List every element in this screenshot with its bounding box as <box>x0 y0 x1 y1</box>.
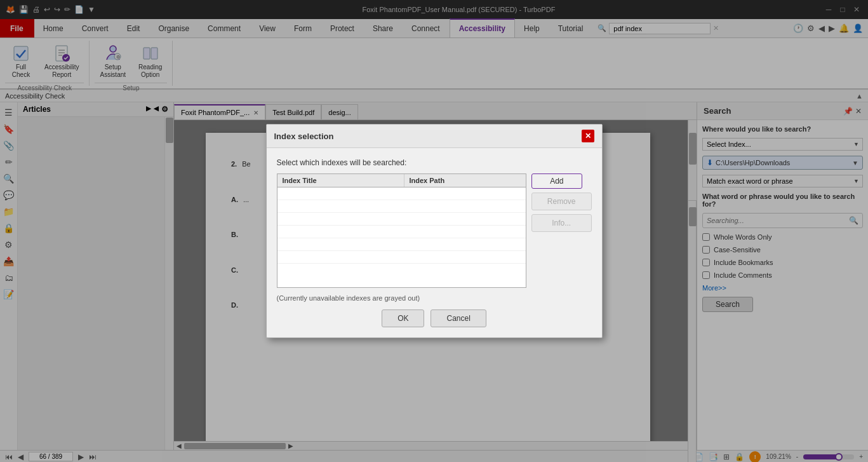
modal-footer: OK Cancel <box>277 309 592 327</box>
modal-close-button[interactable]: ✕ <box>582 130 594 142</box>
table-row <box>277 251 526 264</box>
modal-cancel-button[interactable]: Cancel <box>431 309 486 327</box>
modal-ok-button[interactable]: OK <box>382 309 424 327</box>
table-row <box>277 200 526 213</box>
modal-subtitle: Select which indexes will be searched: <box>277 158 592 167</box>
col-index-title: Index Title <box>277 174 404 187</box>
modal-table-header: Index Title Index Path <box>277 174 526 187</box>
modal-overlay: Index selection ✕ Select which indexes w… <box>0 0 868 462</box>
modal-right-buttons: Add Remove Info... <box>531 173 592 294</box>
modal-title: Index selection <box>274 132 334 141</box>
table-row <box>277 238 526 251</box>
table-row <box>277 226 526 238</box>
table-row <box>277 187 526 200</box>
modal-add-button[interactable]: Add <box>531 173 582 189</box>
modal-table: Index Title Index Path <box>277 173 526 288</box>
modal-info-button[interactable]: Info... <box>531 214 592 232</box>
modal-body: Select which indexes will be searched: I… <box>267 148 602 337</box>
index-selection-modal: Index selection ✕ Select which indexes w… <box>266 124 603 338</box>
modal-remove-button[interactable]: Remove <box>531 193 592 210</box>
modal-note: (Currently unavailable indexes are graye… <box>277 294 592 302</box>
modal-content-row: Index Title Index Path Add <box>277 173 592 294</box>
modal-table-body <box>277 187 526 264</box>
table-row <box>277 213 526 226</box>
modal-titlebar: Index selection ✕ <box>267 125 602 148</box>
col-index-path: Index Path <box>404 174 526 187</box>
